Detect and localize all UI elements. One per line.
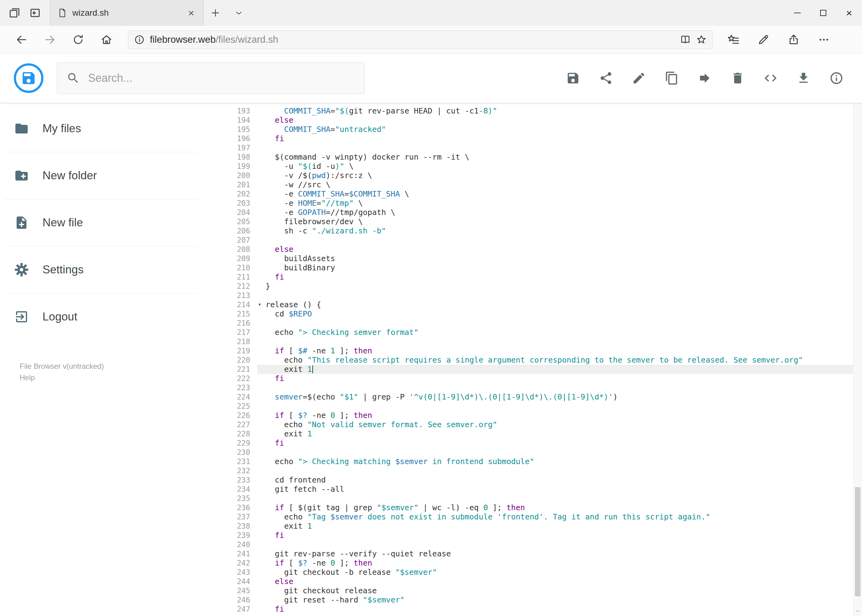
code-line[interactable]: 242 if [ $? -ne 0 ]; then xyxy=(231,558,853,568)
tab-preview-toggle-icon[interactable] xyxy=(227,0,251,26)
code-line[interactable]: 205 filebrowser/dev \ xyxy=(231,217,853,226)
hub-favorites-icon[interactable] xyxy=(718,26,749,53)
search-box[interactable] xyxy=(57,63,365,94)
code-line[interactable]: 219 if [ $# -ne 1 ]; then xyxy=(231,346,853,355)
code-line[interactable]: 194 else xyxy=(231,116,853,125)
code-line[interactable]: 233 cd frontend xyxy=(231,475,853,485)
site-info-icon[interactable] xyxy=(134,34,145,45)
code-editor[interactable]: 193 COMMIT_SHA="$(git rev-parse HEAD | c… xyxy=(231,103,853,615)
tabs-set-aside-icon[interactable] xyxy=(29,7,41,19)
set-tabs-aside-icon[interactable] xyxy=(9,7,21,19)
code-line[interactable]: 235 xyxy=(231,494,853,503)
code-line[interactable]: 200 -v /$(pwd):/src:z \ xyxy=(231,171,853,180)
code-line[interactable]: 222 fi xyxy=(231,374,853,383)
code-line[interactable]: 231 echo "> Checking matching $semver in… xyxy=(231,457,853,466)
code-line[interactable]: 229 fi xyxy=(231,438,853,448)
minimize-button[interactable] xyxy=(785,0,810,26)
code-line[interactable]: 202 -e COMMIT_SHA=$COMMIT_SHA \ xyxy=(231,189,853,199)
favorite-star-icon[interactable] xyxy=(696,34,707,45)
raw-code-button[interactable] xyxy=(759,66,782,90)
forward-button[interactable] xyxy=(36,26,64,53)
code-line[interactable]: 232 xyxy=(231,466,853,475)
save-button[interactable] xyxy=(561,66,585,90)
code-line[interactable]: 220 echo "This release script requires a… xyxy=(231,355,853,365)
download-button[interactable] xyxy=(792,66,815,90)
code-line[interactable]: 237 echo "Tag $semver does not exist in … xyxy=(231,512,853,522)
code-line[interactable]: 208 else xyxy=(231,245,853,254)
annotate-pen-icon[interactable] xyxy=(749,26,778,53)
copy-button[interactable] xyxy=(660,66,684,90)
code-line[interactable]: 207 xyxy=(231,236,853,245)
code-line[interactable]: 244 else xyxy=(231,577,853,586)
code-line[interactable]: 197 xyxy=(231,143,853,152)
page-scrollbar[interactable] xyxy=(853,54,862,616)
code-line[interactable]: 198 $(command -v winpty) docker run --rm… xyxy=(231,152,853,162)
code-line[interactable]: 204 -e GOPATH=//tmp/gopath \ xyxy=(231,208,853,217)
code-line[interactable]: 210 buildBinary xyxy=(231,263,853,272)
code-line[interactable]: 214▾release () { xyxy=(231,300,853,310)
code-line[interactable]: 227 echo "Not valid semver format. See s… xyxy=(231,420,853,429)
scrollbar-track[interactable] xyxy=(853,61,862,609)
code-line[interactable]: 218 xyxy=(231,337,853,346)
code-line[interactable]: 216 xyxy=(231,319,853,328)
fold-marker-icon[interactable]: ▾ xyxy=(258,300,261,309)
sidebar-item-my-files[interactable]: My files xyxy=(0,105,231,152)
code-line[interactable]: 217 echo "> Checking semver format" xyxy=(231,328,853,337)
delete-button[interactable] xyxy=(726,66,749,90)
code-line[interactable]: 215 cd $REPO xyxy=(231,310,853,319)
code-line[interactable]: 239 fi xyxy=(231,531,853,540)
new-tab-button[interactable] xyxy=(204,0,227,26)
tab-close-icon[interactable]: × xyxy=(186,8,196,18)
maximize-button[interactable] xyxy=(810,0,836,26)
back-button[interactable] xyxy=(7,26,36,53)
sidebar-item-new-file[interactable]: New file xyxy=(0,199,231,246)
sidebar-item-logout[interactable]: Logout xyxy=(0,293,231,340)
code-line[interactable]: 247 fi xyxy=(231,605,853,614)
code-line[interactable]: 230 xyxy=(231,448,853,457)
code-line[interactable]: 209 buildAssets xyxy=(231,254,853,263)
code-line[interactable]: 212} xyxy=(231,282,853,291)
address-bar[interactable]: filebrowser.web/files/wizard.sh xyxy=(128,30,713,49)
code-line[interactable]: 240 xyxy=(231,540,853,549)
code-line[interactable]: 206 sh -c "./wizard.sh -b" xyxy=(231,226,853,236)
refresh-button[interactable] xyxy=(64,26,92,53)
help-link[interactable]: Help xyxy=(20,372,231,383)
search-input[interactable] xyxy=(88,72,355,85)
code-line[interactable]: 243 git checkout -b release "$semver" xyxy=(231,568,853,577)
code-line[interactable]: 221 exit 1 xyxy=(231,365,853,374)
code-line[interactable]: 196 fi xyxy=(231,134,853,143)
sidebar-item-new-folder[interactable]: New folder xyxy=(0,152,231,199)
code-line[interactable]: 223 xyxy=(231,383,853,393)
home-button[interactable] xyxy=(92,26,121,53)
close-button[interactable]: × xyxy=(836,0,862,26)
share-button[interactable] xyxy=(594,66,618,90)
code-line[interactable]: 226 if [ $? -ne 0 ]; then xyxy=(231,411,853,420)
code-line[interactable]: 246 git reset --hard "$semver" xyxy=(231,596,853,605)
code-line[interactable]: 234 git fetch --all xyxy=(231,485,853,494)
code-line[interactable]: 193 COMMIT_SHA="$(git rev-parse HEAD | c… xyxy=(231,107,853,116)
info-button[interactable] xyxy=(825,66,848,90)
code-line[interactable]: 225 xyxy=(231,402,853,411)
code-line[interactable]: 236 if [ $(git tag | grep "$semver" | wc… xyxy=(231,503,853,512)
share-page-icon[interactable] xyxy=(778,26,809,53)
scroll-down-icon[interactable] xyxy=(855,609,860,614)
code-line[interactable]: 203 -e HOME="//tmp" \ xyxy=(231,199,853,208)
scrollbar-thumb[interactable] xyxy=(855,487,860,596)
browser-tab[interactable]: wizard.sh × xyxy=(50,0,204,26)
rename-button[interactable] xyxy=(627,66,651,90)
code-line[interactable]: 241 git rev-parse --verify --quiet relea… xyxy=(231,549,853,558)
move-button[interactable] xyxy=(693,66,717,90)
code-line[interactable]: 238 exit 1 xyxy=(231,522,853,531)
code-line[interactable]: 213 xyxy=(231,291,853,300)
more-options-icon[interactable] xyxy=(809,26,839,53)
code-line[interactable]: 245 git checkout release xyxy=(231,586,853,596)
code-line[interactable]: 201 -w //src \ xyxy=(231,180,853,189)
code-line[interactable]: 199 -u "$(id -u)" \ xyxy=(231,162,853,171)
filebrowser-logo[interactable] xyxy=(14,63,43,93)
code-line[interactable]: 211 fi xyxy=(231,272,853,282)
code-line[interactable]: 195 COMMIT_SHA="untracked" xyxy=(231,125,853,134)
sidebar-item-settings[interactable]: Settings xyxy=(0,246,231,293)
code-line[interactable]: 228 exit 1 xyxy=(231,429,853,438)
reading-view-icon[interactable] xyxy=(680,34,691,45)
code-line[interactable]: 224 semver=$(echo "$1" | grep -P '^v(0|[… xyxy=(231,393,853,402)
